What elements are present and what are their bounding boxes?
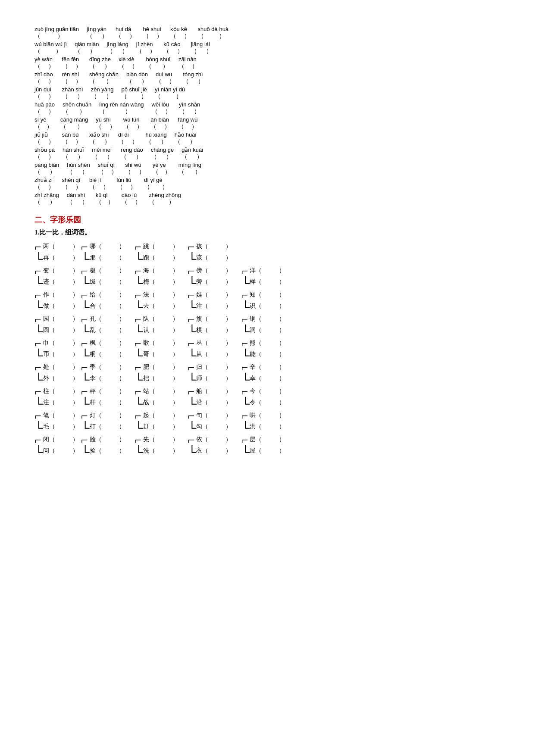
char-group: ⌐└ 知（） 识（） <box>241 289 286 313</box>
pinyin-group: huí dá （ ） <box>116 26 135 40</box>
pinyin-group: yú shì （ ） <box>96 116 116 131</box>
pinyin-group: zhèng zhōng （ ） <box>149 192 181 206</box>
pinyin-group: jūn duì （ ） <box>34 86 54 100</box>
pinyin-group: jǐ zhèn （ ） <box>136 41 156 55</box>
char-group: ⌐└ 熊（） 能（） <box>241 337 286 362</box>
pinyin-group: lún liú （ ） <box>117 177 137 191</box>
char-group: ⌐└ 哄（） 洪（） <box>241 410 286 434</box>
pinyin-group: zhàn shì （ ） <box>62 86 83 100</box>
pinyin-row-6: huā pào （ ） shēn chuān （ ） lìng rén nán … <box>34 101 501 116</box>
pinyin-row-3: yè wǎn （ ） fēn fēn （ ） dīng zhe （ ） xiè … <box>34 56 501 70</box>
char-group: ⌐└ 层（） 屋（） <box>241 434 286 458</box>
char-row-8: ⌐└ 笔（） 毛（） ⌐└ 灯（） 打（） ⌐└ <box>34 410 501 434</box>
char-group: ⌐└ 句（） 勾（） <box>188 410 233 434</box>
char-group: ⌐└ 季（） 李（） <box>81 362 126 386</box>
pinyin-group: shuō dà huà （ ） <box>198 26 229 40</box>
char-group: ⌐└ 给（） 合（） <box>81 289 126 313</box>
pinyin-group: wú biān wú jì （ ） <box>34 41 67 55</box>
pinyin-group: chàng gē （ ） <box>151 147 174 161</box>
char-group: ⌐└ 船（） 沿（） <box>188 386 233 410</box>
pinyin-group: wēi lóu （ ） <box>152 101 172 116</box>
pinyin-group: dàn shì （ ） <box>67 192 88 206</box>
pinyin-group: yì nián yí dù （ ） <box>155 86 185 100</box>
pinyin-group: bié jí （ ） <box>89 177 109 191</box>
char-group: ⌐└ 笔（） 毛（） <box>34 410 79 434</box>
char-group: ⌐└ 极（） 级（） <box>81 265 126 289</box>
pinyin-group: hē shuǐ （ ） <box>143 26 163 40</box>
pinyin-group: kū cǎo （ ） <box>163 41 183 55</box>
pinyin-row-12: zhǐ zhāng （ ） dàn shì （ ） kū qì （ ） dào … <box>34 192 501 206</box>
pinyin-group: rèn shí （ ） <box>62 71 82 85</box>
pinyin-group: zhī dào （ ） <box>34 71 54 85</box>
char-group: ⌐└ 洋（） 样（） <box>241 265 286 289</box>
char-comparison-grid: .cg { display: flex; align-items: stretc… <box>34 241 501 458</box>
section2: 二、字形乐园 1.比一比，组词语。 .cg { display: flex; a… <box>34 215 501 458</box>
pinyin-group: páng biān （ ） <box>34 162 59 176</box>
char-group: ⌐└ 肥（） 把（） <box>135 362 179 386</box>
pinyin-group: qián miàn （ ） <box>75 41 99 55</box>
pinyin-group: jǐng yán （ ） <box>87 26 108 40</box>
pinyin-row-4: zhī dào （ ） rèn shí （ ） shēng chǎn （ ） b… <box>34 71 501 85</box>
char-group: ⌐└ 作（） 做（） <box>34 289 79 313</box>
pinyin-group: hún shēn （ ） <box>67 162 90 176</box>
char-group: ⌐└ 辛（） 幸（） <box>241 362 286 386</box>
pinyin-row-2: wú biān wú jì （ ） qián miàn （ ） jǐng lǎn… <box>34 41 501 55</box>
pinyin-group: gǎn kuài （ ） <box>181 147 203 161</box>
pinyin-group: shǒu pà （ ） <box>34 147 55 161</box>
pinyin-group: shēng chǎn （ ） <box>89 71 119 85</box>
pinyin-group: hóng shuǐ （ ） <box>146 56 171 70</box>
main-content: zuò jǐng guān tiān （ ） jǐng yán （ ） huí … <box>34 26 501 458</box>
char-group: ⌐└ 起（） 赶（） <box>135 410 179 434</box>
char-group: ⌐└ 闭（） 问（） <box>34 434 79 458</box>
pinyin-group: yè wǎn （ ） <box>34 56 54 70</box>
pinyin-group: shén qì （ ） <box>62 177 82 191</box>
char-group: ⌐└ 变（） 迹（） <box>34 265 79 289</box>
char-group: ⌐└ 铜（） 洞（） <box>241 313 286 337</box>
pinyin-group: kū qì （ ） <box>96 192 114 206</box>
pinyin-group: dīng zhe （ ） <box>89 56 111 70</box>
char-group: ⌐└ 依（） 衣（） <box>188 434 233 458</box>
pinyin-group: xiè xiè （ ） <box>119 56 138 70</box>
pinyin-row-5: jūn duì （ ） zhàn shì （ ） zěn yàng （ ） pō… <box>34 86 501 100</box>
pinyin-group: zuò jǐng guān tiān （ ） <box>34 26 79 40</box>
pinyin-group: àn biān （ ） <box>150 116 170 131</box>
pinyin-group: hàn shuǐ （ ） <box>63 147 84 161</box>
pinyin-group: lìng rén nán wàng （ ） <box>99 101 144 116</box>
subsection1-title: 1.比一比，组词语。 <box>34 228 501 237</box>
char-row-2: ⌐└ 变（） 迹（） ⌐└ 极（） 级（） ⌐└ <box>34 265 501 289</box>
char-row-5: ⌐└ 巾（） 币（） ⌐└ 枫（） 桐（） ⌐└ <box>34 337 501 362</box>
pinyin-group: mìng lìng （ ） <box>178 162 201 176</box>
pinyin-group: jiǔ jiǔ （ ） <box>34 131 54 146</box>
pinyin-group: hǎo huài （ ） <box>175 131 197 146</box>
pinyin-row-11: zhuǎ zi （ ） shén qì （ ） bié jí （ ） lún l… <box>34 177 501 191</box>
pinyin-group: zhuǎ zi （ ） <box>34 177 54 191</box>
pinyin-group: shēn chuān （ ） <box>63 101 91 116</box>
pinyin-group: duì wu （ ） <box>156 71 175 85</box>
pinyin-row-8: jiǔ jiǔ （ ） sàn bù （ ） xiǎo shī （ ） dì d… <box>34 131 501 146</box>
char-row-7: ⌐└ 柱（） 注（） ⌐└ 秤（） 杆（） ⌐└ <box>34 386 501 410</box>
pinyin-group: jiāng lái （ ） <box>191 41 212 55</box>
pinyin-group: huā pào （ ） <box>34 101 55 116</box>
char-group: ⌐└ 队（） 认（） <box>135 313 179 337</box>
pinyin-group: fáng wū （ ） <box>178 116 198 131</box>
char-group: ⌐└ 两（） 再（） <box>34 241 79 265</box>
pinyin-group: dì yí gè （ ） <box>144 177 168 191</box>
pinyin-group: rēng dào （ ） <box>121 147 143 161</box>
pinyin-group: jǐng lǎng （ ） <box>107 41 128 55</box>
char-group: ⌐└ 今（） 令（） <box>241 386 286 410</box>
char-row-1: ⌐└ 两（） 再（） ⌐└ 哪（） 那（） ⌐└ <box>34 241 501 265</box>
char-group: ⌐└ 巾（） 币（） <box>34 337 79 362</box>
char-group: ⌐└ 枫（） 桐（） <box>81 337 126 362</box>
pinyin-group: zāi nàn （ ） <box>178 56 198 70</box>
char-group: ⌐└ 法（） 去（） <box>135 289 179 313</box>
pinyin-group: mèi mei （ ） <box>92 147 113 161</box>
pinyin-group: sì yě （ ） <box>34 116 53 131</box>
pinyin-group: biàn dòn （ ） <box>126 71 148 85</box>
char-row-9: ⌐└ 闭（） 问（） ⌐└ 脸（） 捡（） ⌐└ <box>34 434 501 458</box>
char-row-6: ⌐└ 处（） 外（） ⌐└ 季（） 李（） ⌐└ <box>34 362 501 386</box>
pinyin-group: tóng zhì （ ） <box>183 71 204 85</box>
pinyin-row-10: páng biān （ ） hún shēn （ ） shuǐ qì （ ） s… <box>34 162 501 176</box>
pinyin-group: kǒu kě （ ） <box>170 26 190 40</box>
char-group: ⌐└ 归（） 师（） <box>188 362 233 386</box>
pinyin-group: cāng máng （ ） <box>60 116 88 131</box>
